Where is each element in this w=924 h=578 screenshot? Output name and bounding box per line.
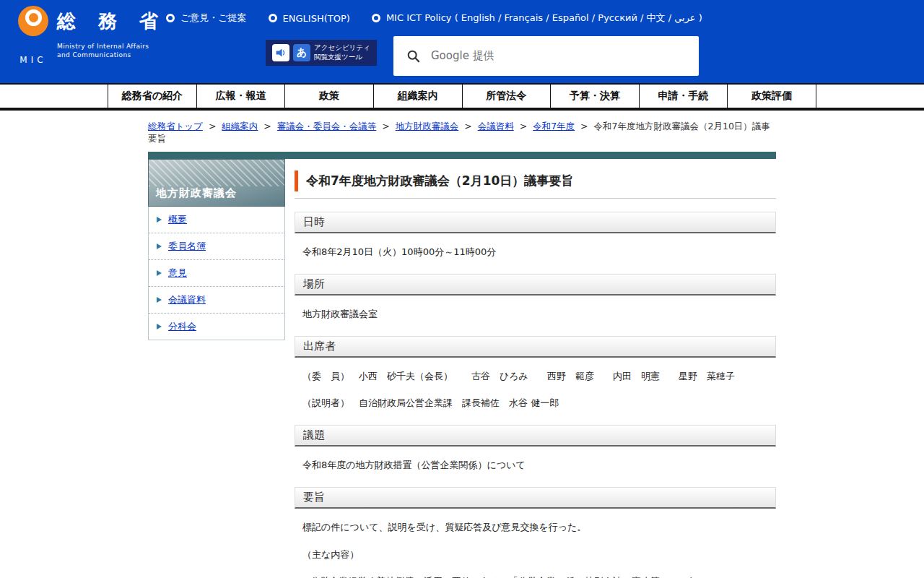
breadcrumb-separator: > xyxy=(263,121,271,131)
ministry-name-en-line2: and Communications xyxy=(57,51,166,59)
nav-item-evaluation[interactable]: 政策評価 xyxy=(727,85,816,108)
page-title: 令和7年度地方財政審議会（2月10日）議事要旨 xyxy=(295,171,776,191)
breadcrumb-separator: > xyxy=(209,121,216,131)
sidebar-item-overview[interactable]: 概要 xyxy=(149,207,284,233)
breadcrumb-link-council[interactable]: 地方財政審議会 xyxy=(396,121,459,131)
circle-icon xyxy=(372,14,380,22)
mic-logo-text: MIC xyxy=(19,55,46,65)
ministry-name-ja: 総 務 省 xyxy=(57,9,166,34)
breadcrumb-separator: > xyxy=(520,121,527,131)
sidebar-title-banner: 地方財政審議会 xyxy=(148,159,285,207)
header-link-ict-policy-label: MIC ICT Policy ( English / Français / Es… xyxy=(386,12,702,25)
sidebar-item-meeting-materials-label: 会議資料 xyxy=(168,293,206,306)
nav-item-organization[interactable]: 組織案内 xyxy=(373,85,462,108)
speaker-icon xyxy=(272,44,289,61)
circle-icon xyxy=(166,14,175,22)
title-divider xyxy=(295,198,776,199)
accessibility-tool-button[interactable]: あ アクセシビリティ 閲覧支援ツール xyxy=(266,40,377,66)
section-heading-summary: 要旨 xyxy=(295,487,776,509)
sidebar-item-opinions[interactable]: 意見 xyxy=(149,260,284,287)
nav-item-policy[interactable]: 政策 xyxy=(284,85,373,108)
breadcrumb-link-materials[interactable]: 会議資料 xyxy=(478,121,514,131)
arrow-right-icon xyxy=(157,324,162,329)
summary-intro-text: 標記の件について、説明を受け、質疑応答及び意見交換を行った。 xyxy=(295,519,776,536)
location-text: 地方財政審議会室 xyxy=(295,306,776,323)
circle-icon xyxy=(269,14,277,22)
main-content: 令和7年度地方財政審議会（2月10日）議事要旨 日時 令和8年2月10日（火）1… xyxy=(295,159,776,578)
arrow-right-icon xyxy=(157,297,162,303)
search-provider-label: Google 提供 xyxy=(431,49,494,63)
breadcrumb-link-organization[interactable]: 組織案内 xyxy=(222,121,258,131)
sidebar-item-member-list[interactable]: 委員名簿 xyxy=(149,233,284,260)
breadcrumb-link-councils[interactable]: 審議会・委員会・会議等 xyxy=(277,121,377,131)
ministry-name-en-line1: Ministry of Internal Affairs xyxy=(57,42,166,51)
header-links: ご意見・ご提案 ENGLISH(TOP) MIC ICT Policy ( En… xyxy=(166,12,702,25)
header-link-english[interactable]: ENGLISH(TOP) xyxy=(269,13,350,24)
section-heading-datetime: 日時 xyxy=(295,212,776,233)
agenda-text: 令和8年度の地方財政措置（公営企業関係）について xyxy=(295,457,776,474)
nav-item-applications[interactable]: 申請・手続 xyxy=(639,85,728,108)
breadcrumb-separator: > xyxy=(580,121,588,131)
ministry-name-en: Ministry of Internal Affairs and Communi… xyxy=(57,42,166,59)
nav-item-laws[interactable]: 所管法令 xyxy=(462,85,551,108)
summary-main-points-label: （主な内容） xyxy=(295,547,776,564)
header-link-feedback-label: ご意見・ご提案 xyxy=(180,12,247,25)
section-heading-location: 場所 xyxy=(295,274,776,296)
sidebar-menu: 概要 委員名簿 意見 会議資料 分科会 xyxy=(148,207,285,340)
sidebar-item-opinions-label: 意見 xyxy=(168,267,187,280)
breadcrumb-separator: > xyxy=(382,121,389,131)
breadcrumb-link-fy[interactable]: 令和7年度 xyxy=(533,121,575,131)
nav-item-about[interactable]: 総務省の紹介 xyxy=(108,85,196,108)
accessibility-label-line1: アクセシビリティ xyxy=(314,43,370,53)
header-link-ict-policy[interactable]: MIC ICT Policy ( English / Français / Es… xyxy=(372,12,702,25)
site-header: MIC 総 務 省 Ministry of Internal Affairs a… xyxy=(0,0,924,83)
mic-logo-icon xyxy=(18,6,48,36)
arrow-right-icon xyxy=(157,270,162,276)
sidebar-title: 地方財政審議会 xyxy=(156,186,237,200)
search-input[interactable]: Google 提供 xyxy=(393,36,699,76)
arrow-right-icon xyxy=(157,217,162,223)
sidebar-item-subcommittee[interactable]: 分科会 xyxy=(149,314,284,340)
mic-logo[interactable]: MIC 総 務 省 Ministry of Internal Affairs a… xyxy=(18,6,166,65)
breadcrumb: 総務省トップ > 組織案内 > 審議会・委員会・会議等 > 地方財政審議会 > … xyxy=(148,121,776,145)
sidebar-item-overview-label: 概要 xyxy=(168,213,187,226)
section-heading-agenda: 議題 xyxy=(295,425,776,447)
sidebar-item-member-list-label: 委員名簿 xyxy=(168,240,206,253)
hiragana-a-icon: あ xyxy=(293,44,310,61)
nav-item-budget[interactable]: 予算・決算 xyxy=(550,85,639,108)
breadcrumb-separator: > xyxy=(464,121,471,131)
datetime-text: 令和8年2月10日（火）10時00分～11時00分 xyxy=(295,244,776,261)
content-top-bar xyxy=(148,152,776,159)
header-link-feedback[interactable]: ご意見・ご提案 xyxy=(166,12,247,25)
sidebar-item-subcommittee-label: 分科会 xyxy=(168,320,196,333)
accessibility-tool-label: アクセシビリティ 閲覧支援ツール xyxy=(314,43,370,62)
arrow-right-icon xyxy=(157,243,162,249)
attendees-members-text: （委 員） 小西 砂千夫（会長） 古谷 ひろみ 西野 範彦 内田 明憲 星野 菜… xyxy=(295,368,776,385)
nav-item-press[interactable]: 広報・報道 xyxy=(196,85,285,108)
attendees-presenters-text: （説明者） 自治財政局公営企業課 課長補佐 水谷 健一郎 xyxy=(295,395,776,412)
breadcrumb-link-home[interactable]: 総務省トップ xyxy=(148,121,203,131)
header-link-english-label: ENGLISH(TOP) xyxy=(283,13,350,24)
accessibility-label-line2: 閲覧支援ツール xyxy=(314,53,370,62)
sidebar-item-meeting-materials[interactable]: 会議資料 xyxy=(149,287,284,314)
global-nav: 総務省の紹介 広報・報道 政策 組織案内 所管法令 予算・決算 申請・手続 政策… xyxy=(0,83,924,111)
sidebar: 地方財政審議会 概要 委員名簿 意見 会議資料 xyxy=(148,159,285,340)
search-icon xyxy=(406,49,421,64)
summary-question-text: ○公営企業経営改善特例債の活用の要件である、「公営企業に係る特別会計の廃止等」と… xyxy=(295,574,776,578)
section-heading-attendees: 出席者 xyxy=(295,336,776,358)
